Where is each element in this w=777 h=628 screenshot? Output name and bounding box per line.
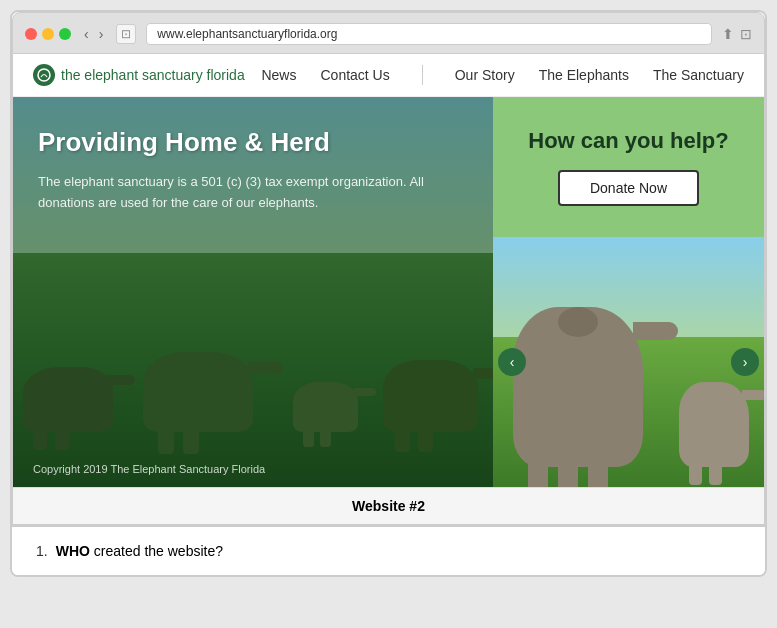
website-wrapper: the elephant sanctuary florida News Cont… <box>13 54 764 524</box>
photo-leg-s1 <box>689 463 702 485</box>
photo-trunk-small <box>742 390 764 400</box>
nav-link-sanctuary[interactable]: The Sanctuary <box>653 67 744 83</box>
nav-links-left: News Contact Us Our Story The Elephants … <box>261 65 744 85</box>
carousel-next-button[interactable]: › <box>731 348 759 376</box>
nav-link-contact[interactable]: Contact Us <box>320 67 389 83</box>
question-bold: WHO <box>56 543 90 559</box>
share-icon[interactable]: ⬆ <box>722 26 734 42</box>
question-number: 1. <box>36 543 48 559</box>
address-bar-container <box>146 23 712 45</box>
logo-text: the elephant sanctuary florida <box>61 67 245 83</box>
browser-body: the elephant sanctuary florida News Cont… <box>12 54 765 525</box>
hero-text: Providing Home & Herd The elephant sanct… <box>38 127 473 214</box>
browser-titlebar: ‹ › ⊡ ⬆ ⊡ <box>25 23 752 45</box>
website-label: Website #2 <box>13 487 764 524</box>
traffic-light-red[interactable] <box>25 28 37 40</box>
window-mode-button[interactable]: ⊡ <box>116 24 136 44</box>
photo-elephant-large <box>513 307 643 467</box>
right-panel: How can you help? Donate Now <box>493 97 764 487</box>
nav-link-our-story[interactable]: Our Story <box>455 67 515 83</box>
browser-chrome: ‹ › ⊡ ⬆ ⊡ <box>12 12 765 54</box>
hero-title: Providing Home & Herd <box>38 127 473 158</box>
back-button[interactable]: ‹ <box>81 26 92 42</box>
outer-container: ‹ › ⊡ ⬆ ⊡ <box>10 10 767 577</box>
traffic-lights <box>25 28 71 40</box>
donate-title: How can you help? <box>528 128 728 154</box>
navbar: the elephant sanctuary florida News Cont… <box>13 54 764 97</box>
bookmark-icon[interactable]: ⊡ <box>740 26 752 42</box>
carousel-prev-button[interactable]: ‹ <box>498 348 526 376</box>
photo-trunk-large <box>633 322 678 340</box>
nav-divider <box>422 65 423 85</box>
hero-description: The elephant sanctuary is a 501 (c) (3) … <box>38 172 473 214</box>
traffic-light-green[interactable] <box>59 28 71 40</box>
donate-button[interactable]: Donate Now <box>558 170 699 206</box>
photo-leg-1 <box>528 462 548 487</box>
traffic-light-yellow[interactable] <box>42 28 54 40</box>
photo-elephant-small <box>679 382 749 467</box>
photo-head-large <box>558 307 598 337</box>
photo-leg-3 <box>588 465 608 487</box>
forward-button[interactable]: › <box>96 26 107 42</box>
donate-section: How can you help? Donate Now <box>493 97 764 237</box>
nav-buttons: ‹ › <box>81 26 106 42</box>
photo-leg-2 <box>558 462 578 487</box>
main-content: Providing Home & Herd The elephant sanct… <box>13 97 764 487</box>
question-text: WHO created the website? <box>56 543 223 559</box>
question-item: 1. WHO created the website? <box>36 543 741 559</box>
hero-panel: Providing Home & Herd The elephant sanct… <box>13 97 493 487</box>
nav-link-elephants[interactable]: The Elephants <box>539 67 629 83</box>
address-bar[interactable] <box>157 27 701 41</box>
hero-copyright: Copyright 2019 The Elephant Sanctuary Fl… <box>33 463 265 475</box>
browser-actions: ⬆ ⊡ <box>722 26 752 42</box>
logo: the elephant sanctuary florida <box>33 64 261 86</box>
nav-link-news[interactable]: News <box>261 67 296 83</box>
elephant-photo: ‹ › <box>493 237 764 487</box>
logo-icon <box>33 64 55 86</box>
photo-leg-s2 <box>709 463 722 485</box>
logo-svg <box>37 68 51 82</box>
question-rest: created the website? <box>94 543 223 559</box>
question-section: 1. WHO created the website? <box>12 525 765 575</box>
